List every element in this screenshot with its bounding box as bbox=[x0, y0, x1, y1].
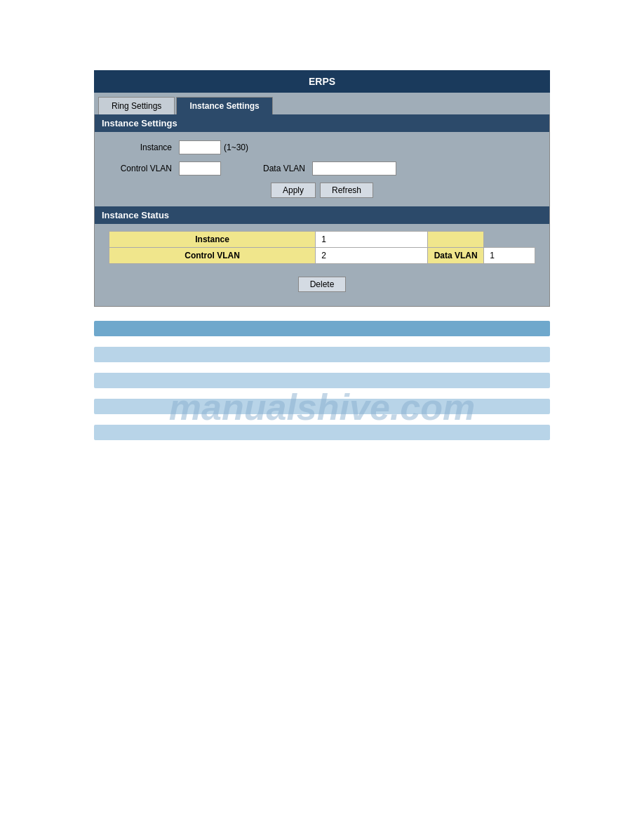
refresh-button[interactable]: Refresh bbox=[320, 183, 373, 198]
bands-area bbox=[94, 321, 550, 440]
band-1 bbox=[94, 321, 550, 336]
data-vlan-value-cell: 1 bbox=[484, 248, 535, 264]
instance-input[interactable] bbox=[179, 140, 221, 154]
control-vlan-label: Control VLAN bbox=[109, 164, 179, 173]
instance-label: Instance bbox=[109, 143, 179, 152]
data-vlan-input[interactable] bbox=[312, 161, 396, 176]
instance-value-cell: 1 bbox=[316, 232, 428, 248]
apply-button[interactable]: Apply bbox=[271, 183, 316, 198]
yellow-spacer-cell bbox=[428, 232, 484, 248]
instance-status-header: Instance Status bbox=[95, 206, 549, 224]
content-area: Instance Settings Instance (1~30) Contro… bbox=[94, 114, 550, 307]
status-table-wrapper: Instance1Control VLAN2Data VLAN1 bbox=[95, 224, 549, 271]
data-vlan-header-cell: Data VLAN bbox=[428, 248, 484, 264]
instance-settings-header: Instance Settings bbox=[95, 114, 549, 132]
vlan-row: Control VLAN Data VLAN bbox=[109, 161, 535, 176]
page-title: ERPS bbox=[94, 70, 550, 93]
tab-ring-settings[interactable]: Ring Settings bbox=[98, 97, 175, 114]
band-3 bbox=[94, 373, 550, 388]
delete-row: Delete bbox=[95, 277, 549, 292]
instance-header-cell: Instance bbox=[109, 232, 316, 248]
tab-row: Ring Settings Instance Settings bbox=[94, 93, 550, 114]
band-2 bbox=[94, 347, 550, 362]
tab-instance-settings[interactable]: Instance Settings bbox=[176, 97, 272, 114]
status-table: Instance1Control VLAN2Data VLAN1 bbox=[109, 231, 535, 264]
instance-status-section: Instance Status Instance1Control VLAN2Da… bbox=[95, 206, 549, 292]
data-vlan-label: Data VLAN bbox=[263, 164, 305, 173]
table-row-2: Control VLAN2Data VLAN1 bbox=[109, 248, 535, 264]
band-4 bbox=[94, 399, 550, 414]
instance-settings-form: Instance (1~30) Control VLAN Data VLAN A… bbox=[95, 132, 549, 206]
control-vlan-input[interactable] bbox=[179, 161, 221, 176]
control-vlan-header-cell: Control VLAN bbox=[109, 248, 316, 264]
control-vlan-value-cell: 2 bbox=[316, 248, 428, 264]
instance-hint: (1~30) bbox=[224, 143, 248, 152]
form-buttons: Apply Refresh bbox=[109, 183, 535, 198]
band-5 bbox=[94, 425, 550, 440]
delete-button[interactable]: Delete bbox=[298, 277, 347, 292]
instance-row: Instance (1~30) bbox=[109, 140, 535, 154]
table-row: Instance1 bbox=[109, 232, 535, 248]
